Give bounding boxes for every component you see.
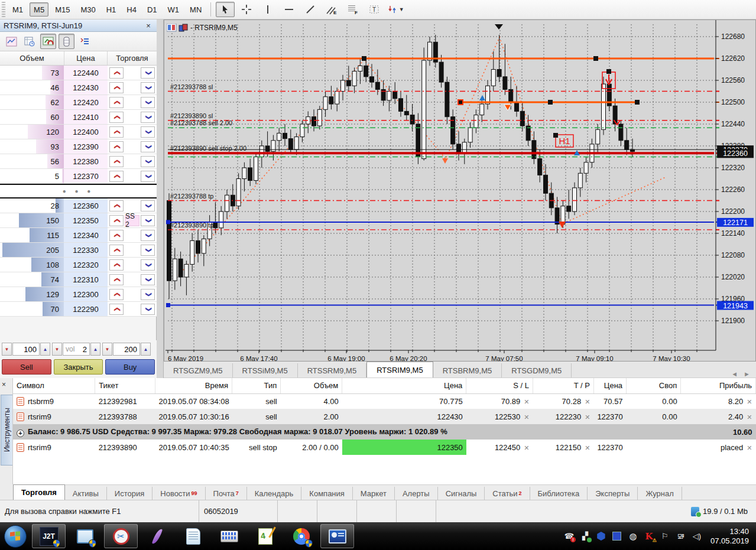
time-sales-icon[interactable] [77, 34, 93, 49]
remove-sl-icon[interactable]: ✕ [524, 444, 529, 451]
taskbar-browser-shield-app[interactable] [68, 524, 102, 548]
close-order-icon[interactable]: ✕ [747, 444, 752, 451]
sell-at-price-button[interactable]: ❯ [109, 126, 124, 138]
column-header[interactable]: Тикет [95, 378, 155, 393]
timeframe-button-m30[interactable]: M30 [76, 2, 99, 17]
monitor-plug-icon[interactable]: 🖳 [676, 531, 686, 542]
new-chart-icon[interactable] [4, 34, 20, 49]
one-click-trading-icon[interactable] [179, 24, 189, 32]
sell-at-price-button[interactable]: ❯ [109, 200, 124, 211]
start-button[interactable] [0, 523, 31, 549]
chart-tab-rtsgzm9m5[interactable]: RTSGZM9,M5 [164, 363, 233, 377]
taskbar-display-settings-app[interactable] [320, 524, 354, 548]
timeframe-button-d1[interactable]: D1 [143, 2, 161, 17]
chart-tab-rtsrim9m5[interactable]: RTSRIM9,M5 [366, 362, 433, 377]
dom-price-cell[interactable]: 122330 [64, 243, 108, 257]
crosshair-tool[interactable] [237, 2, 256, 17]
sell-at-price-button[interactable]: ❯ [109, 289, 124, 300]
spinner-value[interactable]: 200 [113, 343, 140, 356]
terminal-tab-алерты[interactable]: Алерты [395, 487, 438, 500]
taskbar-green-notes-app[interactable] [248, 524, 282, 548]
arrows-tool[interactable]: ▼ [386, 2, 405, 17]
remove-sl-icon[interactable]: ✕ [524, 414, 529, 421]
buy-button[interactable]: Buy [105, 359, 155, 375]
sell-button[interactable]: Sell [2, 359, 51, 375]
timeframe-button-m1[interactable]: M1 [8, 2, 27, 17]
spinner-value[interactable]: vol2 [63, 343, 90, 356]
sell-at-price-button[interactable]: ❯ [109, 274, 124, 285]
speaker-icon[interactable]: ◁) [692, 531, 702, 542]
chevron-down-icon[interactable]: ▼ [399, 6, 404, 12]
remove-tp-icon[interactable]: ✕ [585, 414, 590, 421]
chart-tab-rtsgdm9m5[interactable]: RTSGDM9,M5 [502, 363, 572, 377]
buy-at-price-button[interactable]: ❮ [141, 230, 155, 241]
buy-at-price-button[interactable]: ❮ [141, 245, 155, 256]
horizontal-line-tool[interactable] [280, 2, 298, 17]
taskbar-notepad-app[interactable] [176, 524, 210, 548]
timeframe-button-w1[interactable]: W1 [164, 2, 184, 17]
sell-at-price-button[interactable]: ❯ [109, 230, 124, 241]
sell-at-price-button[interactable]: ❯ [109, 156, 124, 167]
taskbar-feather-app[interactable] [140, 524, 174, 548]
tab-scroll-right-icon[interactable]: ► [744, 370, 750, 377]
spinner-up-icon[interactable]: ▲ [90, 343, 100, 356]
spinner-up-icon[interactable]: ▲ [40, 343, 50, 356]
position-row[interactable]: rtsbrm9 212392981 2019.05.07 08:34:08 se… [13, 393, 756, 409]
panel-splitter[interactable] [157, 19, 164, 378]
sell-at-price-button[interactable]: ❯ [109, 259, 124, 271]
remove-tp-icon[interactable]: ✕ [585, 444, 590, 451]
fibonacci-tool[interactable]: F [343, 2, 362, 17]
white-flag-icon[interactable]: ⚐ [660, 531, 670, 542]
dom-price-cell[interactable]: 122380 [64, 154, 108, 168]
order-row[interactable]: rtsrim9 212393890 2019.05.07 10:40:35 se… [13, 440, 756, 455]
chart-window[interactable]: #212393788 sl#212393890 sl#212393788 sel… [164, 19, 756, 362]
buy-at-price-button[interactable]: ❮ [141, 67, 155, 79]
column-header[interactable]: Символ [13, 378, 95, 393]
buy-at-price-button[interactable]: ❮ [141, 112, 155, 123]
close-position-button[interactable]: Закрыть [54, 359, 103, 375]
dom-price-cell[interactable]: 122430 [64, 80, 108, 95]
blue-hexagon-icon[interactable] [596, 531, 606, 542]
dom-price-cell[interactable]: 122440 [64, 66, 108, 80]
terminal-tab-активы[interactable]: Активы [65, 487, 107, 500]
dom-price-cell[interactable]: 122400 [64, 125, 108, 139]
close-order-icon[interactable]: ✕ [747, 414, 752, 421]
spinner-down-icon[interactable]: ▼ [52, 343, 62, 356]
sell-at-price-button[interactable]: ❯ [109, 82, 124, 93]
chart-tab-rtssrm9m5[interactable]: RTSSRM9,M5 [298, 363, 367, 377]
device-check-icon[interactable]: ▞ [580, 531, 590, 542]
terminal-tab-новости[interactable]: Новости99 [153, 487, 205, 500]
terminal-tab-маркет[interactable]: Маркет [353, 487, 395, 500]
market-watch-icon[interactable] [22, 34, 38, 49]
dom-title-bar[interactable]: RTSRIM9, RTSI-Jun19 × [0, 19, 157, 32]
terminal-tab-компания[interactable]: Компания [301, 487, 353, 500]
buy-at-price-button[interactable]: ❮ [141, 200, 155, 211]
terminal-tab-история[interactable]: История [107, 487, 153, 500]
column-header[interactable]: Цена [342, 378, 466, 393]
chart-tab-rtsbrm9m5[interactable]: RTSBRM9,M5 [433, 363, 502, 377]
timeframe-button-h4[interactable]: H4 [122, 2, 141, 17]
buy-at-price-button[interactable]: ❮ [141, 126, 155, 138]
spinner-up-icon[interactable]: ▲ [141, 343, 151, 356]
buy-at-price-button[interactable]: ❮ [141, 82, 155, 93]
blue-chip-icon[interactable] [612, 531, 622, 542]
toolbar-grip[interactable] [2, 2, 5, 17]
sidebar-tab-instruments[interactable]: Инструменты [1, 395, 12, 466]
column-header[interactable]: Тип [232, 378, 280, 393]
close-icon[interactable]: × [2, 380, 6, 389]
spinner-down-icon[interactable]: ▼ [2, 343, 12, 356]
column-header[interactable]: T / P [533, 378, 593, 393]
terminal-tab-эксперты[interactable]: Эксперты [588, 487, 638, 500]
vertical-line-tool[interactable] [258, 2, 277, 17]
buy-at-price-button[interactable]: ❮ [141, 259, 155, 271]
buy-at-price-button[interactable]: ❮ [141, 289, 155, 300]
close-order-icon[interactable]: ✕ [747, 398, 752, 405]
timeframe-button-m5[interactable]: M5 [30, 2, 48, 17]
taskbar-snipping-tool-app[interactable]: ✂ [104, 524, 138, 548]
sell-at-price-button[interactable]: ❯ [109, 97, 124, 108]
phone-alert-icon[interactable]: ☎! [564, 531, 575, 542]
taskbar-onscreen-keyboard-app[interactable] [212, 524, 246, 548]
terminal-tab-календарь[interactable]: Календарь [247, 487, 302, 500]
terminal-tab-торговля[interactable]: Торговля [13, 484, 65, 500]
dom-price-cell[interactable]: 122360 [64, 198, 108, 213]
